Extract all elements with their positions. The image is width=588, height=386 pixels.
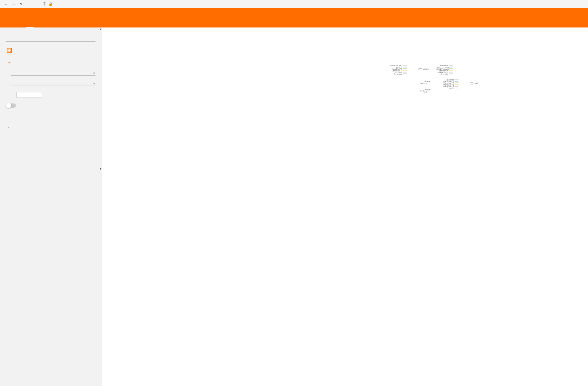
forward-button[interactable]: →	[12, 2, 15, 6]
color-section	[6, 113, 95, 114]
cluster-bar	[449, 73, 453, 74]
cluster-bar	[455, 81, 458, 82]
trace-inputs-row	[6, 103, 95, 108]
cluster-bar	[403, 68, 407, 69]
cluster-label: ... 6 more	[436, 73, 448, 75]
graph-io-port[interactable]	[420, 82, 424, 84]
cluster-bar	[449, 70, 453, 71]
cluster-label: ... 5 more	[441, 87, 454, 90]
graph-canvas[interactable]: softmax_cr...Add_1MatMul_1Variable_3drop…	[102, 27, 588, 386]
cluster-bar	[403, 65, 407, 66]
cluster-label: ... 11 more	[390, 73, 402, 75]
tag-select[interactable]: ▼	[11, 82, 95, 86]
graph-io-port[interactable]	[420, 90, 424, 92]
download-png-button[interactable]	[6, 59, 95, 65]
cluster-bar	[449, 67, 453, 67]
browser-toolbar: ← → ↻ ⓘ 🔒̸	[0, 0, 588, 8]
cluster-bar	[403, 70, 407, 71]
lock-icon: 🔒̸	[48, 2, 53, 6]
fit-to-screen-button[interactable]	[6, 47, 95, 54]
cluster-bar	[455, 88, 458, 88]
cluster-bar	[403, 73, 407, 74]
sidebar: ▲ ▼ ▼	[0, 27, 102, 386]
cluster-bar	[449, 72, 453, 73]
cluster-bar	[455, 84, 458, 85]
cluster-bar	[403, 67, 407, 67]
cluster-label: init	[424, 91, 427, 93]
chevron-down-icon: ▼	[93, 72, 95, 75]
cluster-bar	[449, 68, 453, 69]
graph-io-port[interactable]	[470, 82, 474, 84]
legend-panel: ⌄	[0, 121, 102, 386]
run-selector-row: ▼	[6, 72, 95, 76]
graph-io-port[interactable]	[418, 68, 422, 70]
cluster-bar	[455, 79, 458, 80]
cluster-bar	[455, 86, 458, 87]
chevron-down-icon: ⌄	[7, 124, 10, 129]
choose-file-button[interactable]	[16, 92, 42, 98]
info-icon[interactable]: ⓘ	[43, 2, 46, 7]
svg-rect-0	[7, 48, 12, 53]
cluster-label: init	[475, 82, 478, 84]
header-tabs	[26, 8, 34, 27]
cluster-label: init	[424, 82, 427, 85]
scroll-down-icon[interactable]: ▼	[99, 167, 102, 170]
search-input[interactable]	[6, 32, 95, 42]
cluster-label: Adam	[423, 68, 429, 70]
back-button[interactable]: ←	[4, 2, 8, 6]
app-header	[0, 8, 588, 27]
cluster-bar	[455, 82, 458, 83]
reload-button[interactable]: ↻	[19, 2, 22, 6]
chevron-down-icon: ▼	[93, 82, 95, 85]
scroll-up-icon[interactable]: ▲	[99, 27, 102, 31]
cluster-bar	[449, 65, 453, 66]
upload-section	[6, 92, 95, 98]
tab-graphs[interactable]	[26, 13, 34, 27]
fit-screen-icon	[6, 47, 12, 54]
download-icon	[6, 59, 12, 65]
cluster-bar	[403, 72, 407, 73]
close-legend-button[interactable]: ⌄	[7, 124, 95, 129]
tag-selector-row: ▼	[6, 82, 95, 86]
run-select[interactable]: ▼	[11, 72, 95, 76]
trace-inputs-toggle[interactable]	[6, 103, 16, 108]
